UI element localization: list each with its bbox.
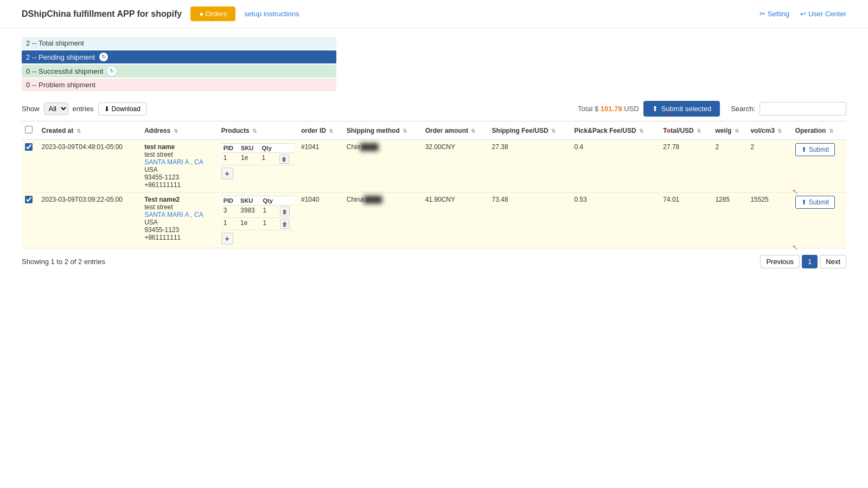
row-checkbox-cell	[22, 140, 39, 192]
upload-icon-small: ⬆	[801, 146, 807, 153]
volume-cell: 15525 ↑	[747, 192, 792, 248]
address-city: SANTA MARI A , CA	[144, 211, 215, 219]
table-row: 2023-03-09T03:09:22-05:00 Test name2 tes…	[22, 192, 846, 248]
problem-shipment-bar: 0 -- Problem shipment	[22, 79, 336, 91]
col-address[interactable]: Address ⇅	[141, 121, 218, 140]
shipping-fee-cell: 27.38	[489, 140, 571, 192]
user-center-link[interactable]: ↩ User Center	[800, 10, 846, 18]
qty-col-header: Qty	[260, 196, 277, 206]
header: DShipChina fulfillment APP for shopify O…	[0, 0, 868, 28]
delete-product-icon[interactable]: 🗑	[279, 154, 289, 164]
orders-button[interactable]: Orders	[190, 7, 235, 21]
qty-col-header: Qty	[260, 144, 277, 153]
delete-product-icon[interactable]: 🗑	[280, 219, 290, 229]
col-volume[interactable]: vol/cm3 ⇅	[747, 121, 792, 140]
next-button[interactable]: Next	[820, 255, 846, 268]
col-weight[interactable]: wei/g ⇅	[712, 121, 747, 140]
table-header-row: Created at ⇅ Address ⇅ Products ⇅ order …	[22, 121, 846, 140]
entries-select[interactable]: All	[44, 102, 68, 115]
pending-refresh-icon[interactable]: ↻	[99, 53, 108, 61]
submit-button[interactable]: ⬆Submit	[795, 196, 835, 209]
add-product-button[interactable]: +	[221, 233, 233, 245]
col-shipping-fee[interactable]: Shipping Fee/USD ⇅	[489, 121, 571, 140]
total-usd-cell: 27.78	[660, 140, 712, 192]
col-products[interactable]: Products ⇅	[218, 121, 298, 140]
col-operation[interactable]: Operation ⇅	[792, 121, 846, 140]
app-title: DShipChina fulfillment APP for shopify	[22, 9, 182, 19]
product-pid: 1	[221, 218, 238, 230]
col-pickpack-fee[interactable]: Pick&Pack Fee/USD ⇅	[571, 121, 660, 140]
product-pid: 1	[221, 153, 239, 165]
col-created-at[interactable]: Created at ⇅	[39, 121, 142, 140]
shipping-fee-cell: 73.48	[489, 192, 571, 248]
select-all-checkbox[interactable]	[25, 126, 33, 133]
upload-icon: ⬆	[652, 105, 658, 113]
product-sku: 3983	[238, 206, 260, 218]
address-country: USA	[144, 219, 215, 226]
row-checkbox[interactable]	[25, 196, 33, 203]
product-row: 1 1e 1 🗑	[221, 218, 295, 230]
delete-product-icon[interactable]: 🗑	[280, 207, 290, 216]
shipping-method-cell: China████	[343, 192, 422, 248]
select-all-header[interactable]	[22, 121, 39, 140]
pickpack-fee-cell: 0.4	[571, 140, 660, 192]
address-name: Test name2	[144, 196, 215, 203]
sort-icon-shipping: ⇅	[403, 128, 407, 134]
order-id-cell: #1040	[298, 192, 343, 248]
col-total[interactable]: Total/USD ⇅ ↑	[660, 121, 712, 140]
submit-button[interactable]: ⬆Submit	[795, 143, 835, 156]
sort-icon-weight: ⇅	[735, 128, 739, 134]
row-checkbox[interactable]	[25, 143, 33, 151]
pagination-row: Showing 1 to 2 of 2 entries Previous 1 N…	[0, 248, 868, 275]
address-name: test name	[144, 143, 215, 151]
shipping-method-text: Chin	[347, 143, 360, 151]
volume-value: 15525	[750, 196, 768, 203]
address-street: test street	[144, 151, 215, 158]
sort-icon-volume: ⇅	[777, 128, 782, 134]
setup-link[interactable]: setup instructions	[244, 10, 299, 18]
col-shipping-method[interactable]: Shipping method ⇅	[343, 121, 422, 140]
pickpack-fee-cell: 0.53	[571, 192, 660, 248]
successful-shipment-bar: 0 -- Successful shipment ↻	[22, 65, 336, 78]
successful-refresh-icon[interactable]: ↻	[107, 67, 116, 75]
pending-shipment-bar: 2 -- Pending shipment ↻	[22, 50, 336, 63]
sku-col-header: SKU	[239, 144, 259, 153]
weight-cell: 2	[712, 140, 747, 192]
address-phone: +861111111	[144, 234, 215, 241]
sort-icon-shipping-fee: ⇅	[551, 128, 556, 134]
product-pid: 3	[221, 206, 238, 218]
address-cell: Test name2 test street SANTA MARI A , CA…	[141, 192, 218, 248]
sort-icon-products: ⇅	[252, 128, 257, 134]
submit-selected-button[interactable]: ⬆ Submit selected	[643, 101, 720, 117]
col-order-id[interactable]: order ID ⇅	[298, 121, 343, 140]
weight-cell: 1285	[712, 192, 747, 248]
total-amount: 101.79	[601, 105, 622, 113]
pid-col-header: PID	[221, 196, 238, 206]
download-button[interactable]: ⬇ Download	[98, 102, 146, 115]
sort-icon-orderid: ⇅	[329, 128, 333, 134]
page-1-button[interactable]: 1	[802, 255, 818, 268]
shipping-method-blurred: ████	[363, 196, 382, 203]
sort-icon-created: ⇅	[76, 128, 81, 134]
header-right: ✂ Setting ↩ User Center	[760, 10, 846, 18]
table-row: 2023-03-09T04:49:01-05:00 test name test…	[22, 140, 846, 192]
pagination-controls: Previous 1 Next	[760, 255, 846, 268]
order-amount-cell: 32.00CNY	[422, 140, 489, 192]
operation-cell: ⬆Submit	[792, 140, 846, 192]
address-cell: test name test street SANTA MARI A , CA …	[141, 140, 218, 192]
product-row: 3 3983 1 🗑	[221, 206, 295, 218]
col-order-amount[interactable]: Order amount ⇅	[422, 121, 489, 140]
show-label: Show	[22, 105, 40, 113]
sort-icon-amount: ⇅	[471, 128, 475, 134]
volume-value: 2	[750, 143, 754, 151]
shipping-method-blurred: ████	[360, 143, 378, 151]
setting-link[interactable]: ✂ Setting	[760, 10, 789, 18]
operation-cell: ⬆Submit	[792, 192, 846, 248]
showing-text: Showing 1 to 2 of 2 entries	[22, 258, 105, 266]
toolbar: Show All entries ⬇ Download Total $ 101.…	[0, 97, 868, 121]
add-product-button[interactable]: +	[221, 168, 233, 179]
search-input[interactable]	[760, 102, 846, 115]
address-zip: 93455-1123	[144, 174, 215, 181]
previous-button[interactable]: Previous	[760, 255, 800, 268]
sort-icon-pickpack: ⇅	[639, 128, 643, 134]
